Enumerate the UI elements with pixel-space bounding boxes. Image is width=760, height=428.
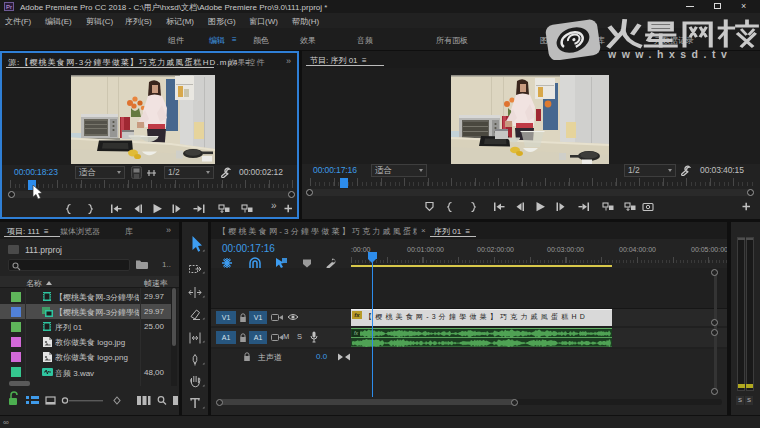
svg-text:»: »	[271, 200, 277, 211]
svg-text:www.hxsd.tv: www.hxsd.tv	[607, 48, 732, 60]
